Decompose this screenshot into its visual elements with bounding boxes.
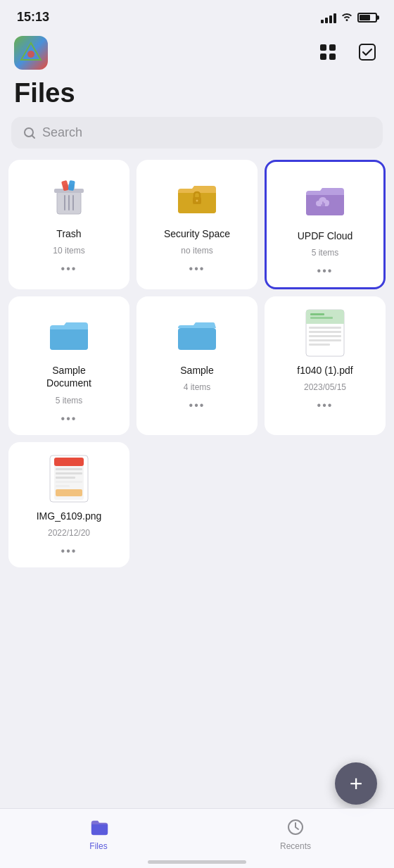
signal-icon <box>321 12 336 23</box>
files-nav-label: Files <box>89 841 107 851</box>
status-time: 15:13 <box>17 10 49 25</box>
more-button[interactable]: ••• <box>61 545 77 558</box>
svg-rect-34 <box>56 477 75 479</box>
svg-rect-33 <box>56 472 82 474</box>
grid-icon <box>318 42 338 62</box>
file-meta: 4 items <box>184 382 211 392</box>
svg-rect-37 <box>56 489 82 496</box>
svg-rect-5 <box>320 54 326 60</box>
bottom-nav: Files Recents <box>0 808 394 868</box>
svg-point-18 <box>196 200 198 202</box>
more-button[interactable]: ••• <box>189 399 205 412</box>
file-name: Sample <box>180 364 213 377</box>
svg-rect-22 <box>309 327 341 329</box>
file-name: Sample Document <box>30 364 108 389</box>
files-nav-icon <box>87 816 110 838</box>
nav-files[interactable]: Files <box>0 816 197 851</box>
file-meta: 10 items <box>53 246 84 256</box>
page-title-container: Files <box>0 73 394 117</box>
status-icons <box>321 11 377 24</box>
file-name: IMG_6109.png <box>37 510 102 522</box>
file-card-trash[interactable]: Trash 10 items ••• <box>8 160 129 289</box>
more-button[interactable]: ••• <box>317 399 333 412</box>
status-bar: 15:13 <box>0 0 394 30</box>
header-actions <box>315 39 380 67</box>
svg-rect-28 <box>310 317 333 319</box>
svg-rect-25 <box>309 339 341 341</box>
page-title: Files <box>14 78 380 108</box>
wifi-icon <box>341 11 353 24</box>
file-card-img6109[interactable]: IMG_6109.png 2022/12/20 ••• <box>8 442 129 567</box>
search-container: Search <box>0 117 394 160</box>
file-meta: 2022/12/20 <box>48 528 90 538</box>
svg-rect-7 <box>360 44 375 60</box>
security-folder-icon <box>172 171 222 222</box>
search-bar[interactable]: Search <box>11 117 383 149</box>
pdf-thumbnail <box>300 308 350 358</box>
header <box>0 30 394 73</box>
svg-rect-31 <box>54 458 84 466</box>
file-meta: 5 items <box>56 396 83 405</box>
file-card-updf-cloud[interactable]: UPDF Cloud 5 items ••• <box>265 160 386 289</box>
file-card-security[interactable]: Security Space no items ••• <box>136 160 258 289</box>
sample-document-folder-icon <box>44 308 94 358</box>
battery-icon <box>357 13 377 23</box>
svg-rect-23 <box>309 331 341 333</box>
search-placeholder: Search <box>42 125 82 140</box>
svg-rect-35 <box>56 481 82 483</box>
updf-cloud-folder-icon <box>300 173 350 224</box>
file-card-sample-document[interactable]: Sample Document 5 items ••• <box>8 296 129 434</box>
file-name: f1040 (1).pdf <box>297 364 352 377</box>
svg-rect-27 <box>310 313 324 315</box>
select-button[interactable] <box>355 39 380 67</box>
file-name: Security Space <box>164 227 230 240</box>
svg-rect-3 <box>320 44 326 51</box>
plus-icon: + <box>350 772 363 795</box>
svg-rect-26 <box>309 344 330 346</box>
app-logo <box>14 36 48 70</box>
file-card-f1040[interactable]: f1040 (1).pdf 2023/05/15 ••• <box>265 296 386 434</box>
file-card-sample[interactable]: Sample 4 items ••• <box>136 296 258 434</box>
file-meta: no items <box>181 246 212 256</box>
files-grid: Trash 10 items ••• Security Space no ite… <box>0 160 394 567</box>
svg-rect-21 <box>306 320 344 324</box>
grid-view-button[interactable] <box>315 39 341 67</box>
home-indicator <box>148 860 246 864</box>
more-button[interactable]: ••• <box>189 263 205 275</box>
search-icon <box>23 126 37 140</box>
svg-rect-36 <box>56 485 70 487</box>
add-button[interactable]: + <box>335 762 377 805</box>
svg-rect-4 <box>329 44 336 51</box>
check-square-icon <box>357 42 377 62</box>
trash-folder-icon <box>44 171 94 222</box>
more-button[interactable]: ••• <box>61 263 77 275</box>
recents-nav-icon <box>284 816 307 838</box>
file-name: UPDF Cloud <box>298 229 353 242</box>
sample-folder-icon <box>172 308 222 358</box>
file-meta: 5 items <box>312 248 339 258</box>
file-name: Trash <box>56 227 81 240</box>
svg-point-2 <box>27 51 34 58</box>
image-thumbnail <box>44 453 94 504</box>
nav-recents[interactable]: Recents <box>197 816 394 851</box>
more-button[interactable]: ••• <box>317 265 333 277</box>
more-button[interactable]: ••• <box>61 413 77 425</box>
file-meta: 2023/05/15 <box>304 382 346 392</box>
svg-rect-6 <box>329 54 336 60</box>
svg-rect-32 <box>56 468 82 470</box>
svg-rect-24 <box>309 335 341 337</box>
recents-nav-label: Recents <box>280 841 311 851</box>
